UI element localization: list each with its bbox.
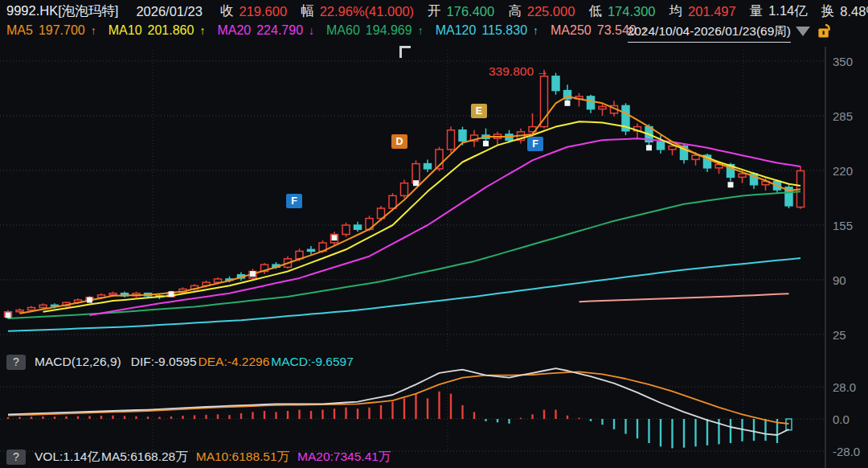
vol-ma10-value: MA10:6188.51万 [196,449,289,466]
price-axis-tick: 285 [833,109,853,122]
price-axis-tick: 350 [833,55,853,68]
peak-price-annotation: 339.800 → [489,64,549,79]
candlestick-chart[interactable] [0,0,868,468]
macd-header: ? MACD(12,26,9) DIF:-9.0595 DEA:-4.2296 … [6,354,355,370]
vol-value: VOL:1.14亿 [35,449,100,466]
price-axis-tick: 90 [833,273,846,286]
macd-dif-value: DIF:-9.0595 [131,355,197,369]
event-badge-e[interactable]: E [471,104,487,118]
macd-axis-tick: 28.0 [833,380,856,394]
volume-header: ? VOL:1.14亿 MA5:6168.28万 MA10:6188.51万 M… [6,449,392,465]
right-arrow-icon: → [536,64,549,79]
price-axis-tick: 155 [833,218,853,232]
macd-axis-tick: 0.0 [833,413,850,426]
macd-dea-value: DEA:-4.2296 [199,355,270,369]
crosshair-corner-mark [399,46,411,58]
help-icon[interactable]: ? [6,355,26,370]
event-badge-f[interactable]: F [286,194,302,208]
event-badge-d[interactable]: D [391,134,407,149]
macd-axis-tick: -28.0 [833,445,860,458]
stock-chart-app: 9992.HK[泡泡玛特]2026/01/23收219.600幅22.96%(4… [0,0,868,468]
help-icon[interactable]: ? [6,450,26,465]
vol-ma20-value: MA20:7345.41万 [297,449,391,466]
event-badge-f[interactable]: F [527,137,543,151]
price-axis-tick: 220 [833,163,853,177]
macd-params-label: MACD(12,26,9) [35,355,121,369]
peak-price-label: 339.800 [489,64,534,79]
macd-value: MACD:-9.6597 [271,355,354,369]
price-axis-tick: 25 [833,327,846,341]
vol-ma5-value: MA5:6168.28万 [101,449,188,466]
